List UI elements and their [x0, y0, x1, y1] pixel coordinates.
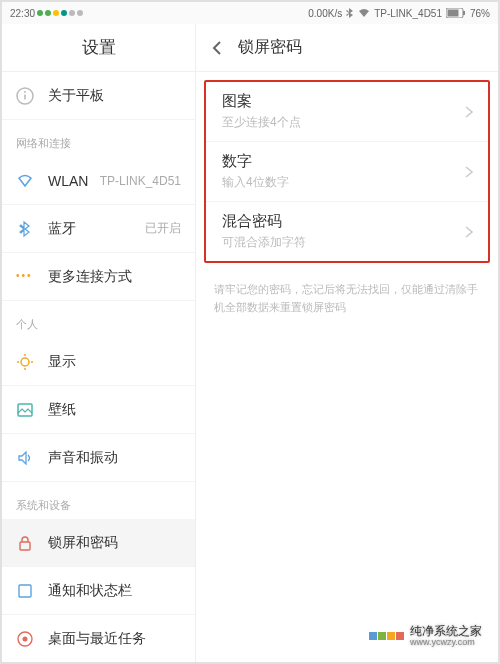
sound-icon: [16, 449, 34, 467]
indicator-icon: [77, 10, 83, 16]
status-time: 22:30: [10, 8, 35, 19]
sidebar-item-lockscreen[interactable]: 锁屏和密码: [2, 519, 195, 567]
svg-point-5: [24, 91, 26, 93]
main-title: 锁屏密码: [238, 37, 302, 58]
option-title: 数字: [222, 152, 289, 171]
option-numeric[interactable]: 数字 输入4位数字: [206, 142, 488, 202]
wifi-icon: [358, 8, 370, 18]
wifi-icon: [16, 172, 34, 190]
svg-rect-2: [447, 10, 458, 17]
sidebar-title: 设置: [2, 24, 195, 72]
sidebar-item-value: TP-LINK_4D51: [100, 174, 181, 188]
wallpaper-icon: [16, 401, 34, 419]
sidebar-item-bluetooth[interactable]: 蓝牙 已开启: [2, 205, 195, 253]
lock-icon: [16, 534, 34, 552]
status-right: 0.00K/s TP-LINK_4D51 76%: [308, 8, 490, 19]
status-netspeed: 0.00K/s: [308, 8, 342, 19]
indicator-icon: [69, 10, 75, 16]
svg-rect-12: [20, 542, 30, 550]
content-row: 设置 关于平板 网络和连接 WLAN TP-LINK_4D51 蓝牙: [2, 24, 498, 662]
sidebar-item-value: 已开启: [145, 220, 181, 237]
watermark-logo-icon: [369, 632, 404, 640]
chevron-right-icon: [462, 225, 476, 239]
svg-rect-13: [19, 585, 31, 597]
option-subtitle: 可混合添加字符: [222, 234, 306, 251]
password-note: 请牢记您的密码，忘记后将无法找回，仅能通过清除手机全部数据来重置锁屏密码: [196, 271, 498, 326]
status-battery: 76%: [470, 8, 490, 19]
option-pattern[interactable]: 图案 至少连接4个点: [206, 82, 488, 142]
option-subtitle: 输入4位数字: [222, 174, 289, 191]
main-header: 锁屏密码: [196, 24, 498, 72]
sidebar-item-label: 蓝牙: [48, 220, 145, 238]
section-header-system: 系统和设备: [2, 482, 195, 519]
sidebar-item-wallpaper[interactable]: 壁纸: [2, 386, 195, 434]
sidebar-item-label: 通知和状态栏: [48, 582, 181, 600]
indicator-icon: [37, 10, 43, 16]
sidebar-item-sound[interactable]: 声音和振动: [2, 434, 195, 482]
svg-point-15: [23, 636, 28, 641]
sidebar-item-label: 更多连接方式: [48, 268, 181, 286]
sidebar[interactable]: 设置 关于平板 网络和连接 WLAN TP-LINK_4D51 蓝牙: [2, 24, 196, 662]
sidebar-item-label: 显示: [48, 353, 181, 371]
sidebar-item-label: 关于平板: [48, 87, 181, 105]
sidebar-item-label: 壁纸: [48, 401, 181, 419]
back-icon[interactable]: [208, 38, 228, 58]
notification-icon: [16, 582, 34, 600]
battery-icon: [446, 8, 466, 18]
sun-icon: [16, 353, 34, 371]
home-icon: [16, 630, 34, 648]
sidebar-item-display[interactable]: 显示: [2, 338, 195, 386]
option-mixed[interactable]: 混合密码 可混合添加字符: [206, 202, 488, 261]
section-header-personal: 个人: [2, 301, 195, 338]
info-icon: [16, 87, 34, 105]
indicator-icon: [45, 10, 51, 16]
sidebar-item-more-connections[interactable]: 更多连接方式: [2, 253, 195, 301]
sidebar-item-wlan[interactable]: WLAN TP-LINK_4D51: [2, 157, 195, 205]
sidebar-item-label: 锁屏和密码: [48, 534, 181, 552]
main-panel: 锁屏密码 图案 至少连接4个点 数字 输入4位数字: [196, 24, 498, 662]
option-text: 混合密码 可混合添加字符: [222, 212, 306, 251]
watermark: 纯净系统之家 www.ycwzy.com: [363, 621, 488, 652]
status-wifi-name: TP-LINK_4D51: [374, 8, 442, 19]
option-title: 图案: [222, 92, 301, 111]
status-bar: 22:30 0.00K/s TP-LINK_4D51 76%: [2, 2, 498, 24]
sidebar-item-label: 声音和振动: [48, 449, 181, 467]
svg-rect-11: [18, 404, 32, 416]
chevron-right-icon: [462, 165, 476, 179]
sidebar-item-about[interactable]: 关于平板: [2, 72, 195, 120]
option-text: 图案 至少连接4个点: [222, 92, 301, 131]
bluetooth-icon: [346, 8, 354, 18]
more-icon: [16, 268, 34, 286]
section-header-network: 网络和连接: [2, 120, 195, 157]
bluetooth-icon: [16, 220, 34, 238]
indicator-icon: [53, 10, 59, 16]
status-left: 22:30: [10, 8, 83, 19]
option-title: 混合密码: [222, 212, 306, 231]
sidebar-item-label: WLAN: [48, 173, 100, 189]
svg-point-6: [21, 358, 29, 366]
sidebar-item-label: 桌面与最近任务: [48, 630, 181, 648]
highlight-box: 图案 至少连接4个点 数字 输入4位数字: [204, 80, 490, 263]
svg-rect-1: [463, 11, 465, 15]
option-subtitle: 至少连接4个点: [222, 114, 301, 131]
chevron-right-icon: [462, 105, 476, 119]
indicator-icon: [61, 10, 67, 16]
sidebar-item-desktop[interactable]: 桌面与最近任务: [2, 615, 195, 662]
svg-rect-4: [24, 94, 26, 99]
watermark-url: www.ycwzy.com: [410, 638, 482, 648]
page-root: 22:30 0.00K/s TP-LINK_4D51 76% 设置 关于: [0, 0, 500, 664]
sidebar-item-notifications[interactable]: 通知和状态栏: [2, 567, 195, 615]
option-text: 数字 输入4位数字: [222, 152, 289, 191]
